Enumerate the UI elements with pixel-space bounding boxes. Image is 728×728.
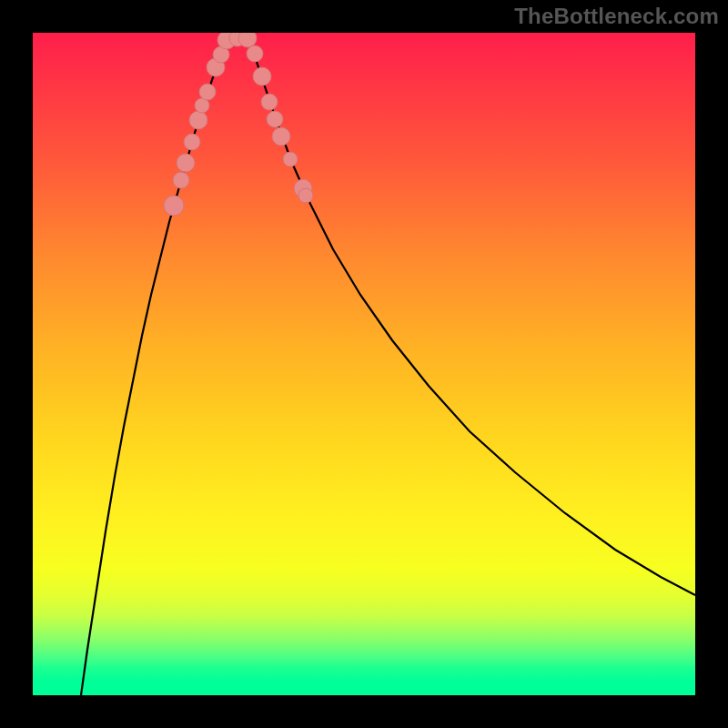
data-marker	[177, 154, 195, 172]
data-marker	[184, 134, 200, 150]
right-curve-path	[247, 33, 695, 595]
data-marker	[283, 152, 298, 167]
watermark-text: TheBottleneck.com	[514, 4, 719, 29]
data-markers-group	[164, 33, 313, 216]
data-marker	[173, 172, 189, 188]
data-marker	[164, 196, 184, 216]
left-curve-path	[81, 33, 233, 695]
data-marker	[267, 111, 283, 127]
data-marker	[199, 84, 216, 100]
data-marker	[261, 94, 278, 110]
chart-svg	[33, 33, 695, 695]
data-marker	[298, 188, 313, 203]
chart-plot-area	[33, 33, 695, 695]
data-marker	[253, 67, 271, 86]
data-marker	[247, 46, 263, 62]
data-marker	[189, 111, 207, 129]
data-marker	[272, 127, 290, 146]
